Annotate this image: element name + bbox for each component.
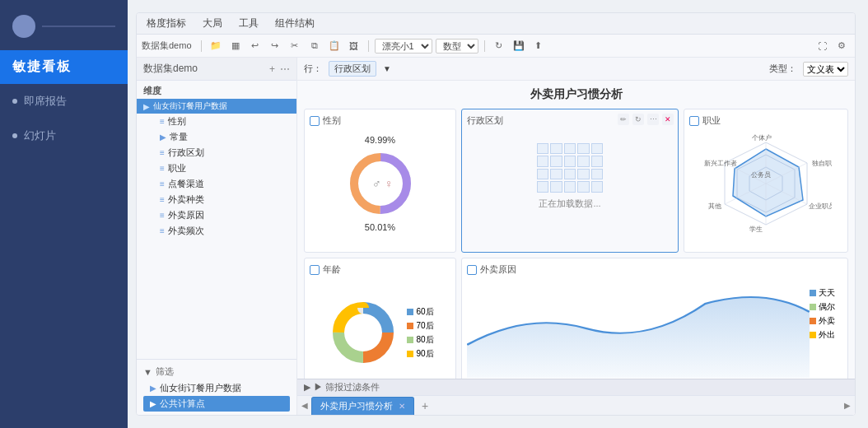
sidebar-logo-area	[0, 8, 128, 50]
filter-item-public-icon: ▶	[150, 399, 156, 408]
filter-item-public[interactable]: ▶ 公共计算点	[143, 396, 290, 412]
age-legend-80-color	[407, 337, 413, 343]
tree-expand-icon: ▶	[143, 102, 150, 111]
grid-cell	[591, 156, 603, 167]
bi-menubar: 格度指标 大局 工具 组件结构	[137, 13, 855, 35]
bi-dashboard: 外卖用户习惯分析 性别 49.99%	[297, 81, 855, 379]
reason-legend-2-color	[810, 304, 816, 310]
toolbar-icon-img[interactable]: 🖼	[346, 38, 362, 54]
grid-cell	[577, 143, 589, 155]
menu-item-guide[interactable]: 格度指标	[143, 15, 189, 32]
toolbar-sep-1	[201, 40, 202, 52]
admin-loading-text: 正在加载数据...	[539, 198, 600, 210]
tree-item-reason[interactable]: ≡ 外卖原因	[147, 207, 296, 223]
grid-cell	[564, 181, 576, 193]
toolbar-icon-folder[interactable]: 📁	[208, 38, 224, 54]
reason-legend-1-color	[810, 290, 816, 296]
grid-cell	[537, 156, 548, 167]
sidebar-item-reports[interactable]: 即席报告	[0, 84, 128, 119]
tree-item-occ[interactable]: ≡ 职业	[147, 160, 296, 176]
sidebar-logo-line	[42, 26, 115, 27]
admin-ctrl-close[interactable]: ✕	[662, 114, 674, 125]
svg-text:学生: 学生	[749, 226, 763, 233]
bi-left-panel: 数据集demo + ⋯ 维度 ▶ 仙女街订餐用户数据 ≡ 性别	[137, 58, 297, 415]
toolbar-icon-redo[interactable]: ↪	[267, 38, 283, 54]
bi-right-area: 行： 行政区划 ▼ 类型： 文义表 外卖用户习惯分析	[297, 58, 855, 415]
grid-cell	[564, 169, 576, 180]
tab-close-icon[interactable]: ✕	[399, 402, 405, 411]
toolbar-icon-refresh[interactable]: ↻	[491, 38, 507, 54]
age-legend-80-label: 80后	[416, 334, 433, 346]
toolbar-icon-expand[interactable]: ⛶	[814, 38, 830, 54]
chart-age: 年龄	[304, 258, 456, 379]
tree-label-freq: 外卖频次	[168, 225, 204, 237]
radar-container: 个体户 独自职业者 企业职员 学生 其他 新兴工作者 公务员	[689, 130, 842, 237]
reason-legend-2: 偶尔	[810, 301, 842, 313]
reason-legend-1-label: 天天	[819, 287, 835, 299]
reason-legend-4-color	[810, 332, 816, 338]
reason-legend-4: 外出	[810, 329, 842, 341]
svg-text:企业职员: 企业职员	[809, 202, 832, 210]
reason-svg	[467, 279, 810, 378]
tab-scroll-right[interactable]: ▶	[844, 401, 851, 410]
toolbar-icon-save[interactable]: 💾	[511, 38, 527, 54]
panel-header-btn-more[interactable]: ⋯	[280, 63, 290, 75]
grid-cell	[564, 143, 576, 155]
tree-icon-freq: ≡	[160, 226, 165, 235]
toolbar-sep-2	[368, 40, 369, 52]
tree-item-type[interactable]: ≡ 外卖种类	[147, 192, 296, 207]
bi-window: 格度指标 大局 工具 组件结构 数据集demo 📁 ▦ ↩ ↪ ✂ ⧉ 📋 🖼 …	[136, 12, 856, 416]
toolbar-icon-undo[interactable]: ↩	[247, 38, 264, 54]
admin-ctrl-edit[interactable]: ✏	[618, 114, 629, 125]
tree-item-admin[interactable]: ≡ 行政区划	[147, 145, 296, 160]
toolbar-icon-export[interactable]: ⬆	[530, 38, 547, 54]
menu-item-structure[interactable]: 组件结构	[272, 15, 318, 32]
toolbar-icon-copy[interactable]: ⧉	[306, 38, 323, 54]
tab-scroll-left[interactable]: ◀	[301, 401, 308, 410]
toolbar-icon-paste[interactable]: 📋	[326, 38, 343, 54]
filter-admin-dropdown[interactable]: ▼	[383, 64, 391, 73]
donut-svg: ♂ ♀	[343, 147, 418, 221]
svg-text:独自职业者: 独自职业者	[812, 160, 832, 167]
dashboard-title: 外卖用户习惯分析	[304, 87, 848, 102]
grid-cell	[550, 156, 562, 167]
tab-add-button[interactable]: +	[418, 398, 432, 413]
zoom-select[interactable]: 漂亮小1	[375, 39, 432, 54]
panel-header-btn-add[interactable]: +	[269, 63, 275, 75]
reason-legend-2-label: 偶尔	[819, 301, 835, 313]
admin-ctrl-refresh[interactable]: ↻	[632, 114, 644, 125]
sidebar-item-dashboard[interactable]: 敏捷看板	[0, 50, 128, 84]
left-sidebar: 敏捷看板 即席报告 幻灯片	[0, 0, 128, 428]
panel-label: 数据集demo	[142, 40, 192, 52]
toolbar-icon-grid[interactable]: ▦	[227, 38, 244, 54]
menu-item-global[interactable]: 大局	[199, 15, 226, 32]
filter-item-dataset-icon: ▶	[150, 384, 156, 393]
filter-item-dataset-label: 仙女街订餐用户数据	[160, 382, 241, 394]
tree-item-root[interactable]: ▶ 仙女街订餐用户数据	[137, 99, 296, 114]
age-legend-70: 70后	[407, 320, 433, 332]
tree-icon-admin: ≡	[160, 148, 165, 157]
tree-item-const[interactable]: ▶ 常量	[147, 129, 296, 145]
toolbar-icon-cut[interactable]: ✂	[287, 38, 303, 54]
chart-grid-middle: 年龄	[304, 258, 848, 379]
filter-item-dataset[interactable]: ▶ 仙女街订餐用户数据	[143, 380, 290, 396]
tree-label-const: 常量	[170, 131, 188, 143]
tab-dashboard[interactable]: 外卖用户习惯分析 ✕	[311, 397, 414, 415]
tree-item-channel[interactable]: ≡ 点餐渠道	[147, 176, 296, 192]
menu-item-tools[interactable]: 工具	[236, 15, 262, 32]
filter-type-select[interactable]: 文义表	[803, 62, 848, 77]
chart-admin: 行政区划 ✏ ↻ ⋯ ✕	[461, 109, 679, 253]
grid-cell	[591, 181, 603, 193]
toolbar-icon-settings[interactable]: ⚙	[833, 38, 850, 54]
admin-ctrl-more[interactable]: ⋯	[647, 114, 659, 125]
view-select[interactable]: 数型 列表	[436, 39, 478, 54]
panel-section-title: 维度	[137, 81, 296, 99]
sidebar-logo	[12, 15, 35, 38]
donut-container: 49.99% ♂ ♀	[310, 130, 450, 237]
tree-item-gender[interactable]: ≡ 性别	[147, 114, 296, 129]
tree-item-freq[interactable]: ≡ 外卖频次	[147, 223, 296, 239]
grid-cell	[550, 181, 562, 193]
sidebar-item-slides[interactable]: 幻灯片	[0, 119, 128, 153]
radar-svg: 个体户 独自职业者 企业职员 学生 其他 新兴工作者 公务员	[700, 134, 832, 233]
filter-admin-tag[interactable]: 行政区划	[329, 61, 376, 77]
